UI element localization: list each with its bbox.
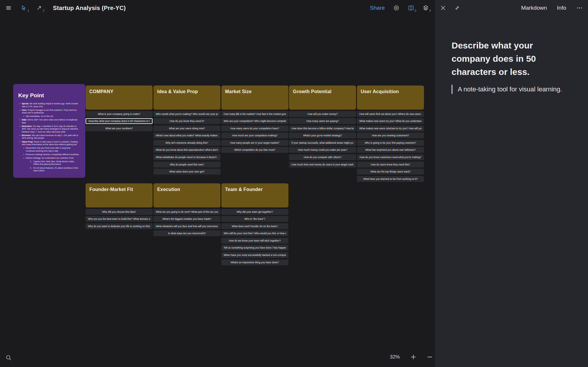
question-text: What have you learned so far from workin… — [363, 177, 417, 180]
question-card[interactable]: Who is "the boss"? — [221, 216, 288, 222]
question-card[interactable]: Why did you choose this idea? — [86, 209, 153, 215]
key-point-bullet: •Remember how you think even after a lon… — [21, 147, 81, 152]
question-card[interactable]: If your startup succeeds, what additiona… — [289, 140, 356, 146]
column-header[interactable]: COMPANY — [86, 86, 153, 110]
question-card[interactable]: Why did your team get together? — [221, 209, 288, 215]
question-card[interactable]: How many users are paying? — [289, 118, 356, 124]
question-card[interactable]: How many users do your competitors have? — [221, 125, 288, 131]
question-card[interactable]: Who will be your next hire? Who would yo… — [221, 230, 288, 236]
question-card[interactable]: How are you meeting customers? — [357, 133, 424, 138]
layers-icon[interactable]: 4 — [422, 5, 429, 11]
column-header[interactable]: Founder-Market Fit — [86, 183, 153, 207]
column-header[interactable]: Team & Founder — [221, 183, 288, 207]
panel-card-title[interactable]: Describe what your company does in 50 ch… — [452, 39, 552, 78]
question-card-selected[interactable]: Describe what your company does in 50 ch… — [86, 118, 153, 124]
question-card[interactable]: What's new about what you make? What exa… — [153, 133, 220, 138]
board-title[interactable]: Startup Analysis (Pre-YC) — [53, 5, 126, 11]
question-card[interactable]: What's the biggest mistake you have made… — [153, 216, 220, 222]
question-card[interactable]: Tell us something surprising you have do… — [221, 245, 288, 251]
key-point-card[interactable]: Key Point •Speed: We start building Hept… — [13, 84, 85, 178]
question-card[interactable]: What are your numbers? — [86, 125, 153, 131]
question-card[interactable]: What has surprised you about user behavi… — [357, 147, 424, 153]
question-card[interactable]: How much are your competitors making? — [221, 133, 288, 138]
question-card[interactable]: In what ways are you resourceful? — [153, 230, 220, 236]
question-card[interactable]: Why do you want to dedicate your life to… — [86, 223, 153, 229]
column-header[interactable]: Market Size — [221, 86, 288, 110]
question-card[interactable]: How do you compete with others? — [289, 154, 356, 160]
question-text: How do you know they need it? — [170, 120, 204, 123]
zoom-level[interactable]: 32% — [390, 354, 400, 360]
question-card[interactable]: What makes new users reluctant to try yo… — [357, 125, 424, 131]
question-card[interactable]: What is your company going to make? — [86, 111, 153, 117]
column-founder-market-fit: Founder-Market FitWhy did you choose thi… — [86, 183, 153, 230]
column-header[interactable]: Idea & Value Prop — [153, 86, 220, 110]
expand-icon[interactable] — [454, 5, 460, 11]
question-text: What is your company going to make? — [98, 113, 141, 115]
search-icon[interactable] — [5, 354, 12, 361]
question-card[interactable]: How does this become a billion-dollar co… — [289, 125, 356, 131]
question-card[interactable]: What's your go-to-market strategy? — [289, 133, 356, 138]
question-card[interactable]: What are your users doing now? — [153, 125, 220, 131]
question-card[interactable]: What substitutes do people resort to bec… — [153, 154, 220, 160]
key-point-content: •Speed: We start building Hepta 6 months… — [18, 102, 81, 172]
question-text: What obstacles will you face and how wil… — [156, 225, 218, 228]
question-text: How much money could you make per year? — [298, 148, 347, 151]
question-card[interactable]: Who are your competitors? Who might beco… — [221, 118, 288, 124]
question-text: Who is "the boss"? — [244, 217, 265, 220]
question-card[interactable]: How much time and money do users in your… — [289, 162, 356, 167]
column-user-acquisition: User AcquisitionHow will users find out … — [357, 86, 424, 183]
select-tool-icon[interactable]: 1 — [21, 5, 27, 11]
column-header[interactable]: User Acquisition — [357, 86, 424, 110]
question-card[interactable]: Why isn't someone already doing this? — [153, 140, 220, 146]
question-card[interactable]: What are you going to do next? What part… — [153, 209, 220, 215]
arrow-tool-icon[interactable]: 2 — [36, 5, 42, 11]
question-card[interactable]: How do users know they need this? — [357, 162, 424, 167]
question-card[interactable]: Who is going to be your first paying cus… — [357, 140, 424, 146]
question-card[interactable]: How will users find out about you? Where… — [357, 111, 424, 117]
key-point-bullet: •Preserve working memory. Completely dif… — [21, 153, 81, 156]
question-text: How many users do your competitors have? — [230, 127, 279, 130]
question-card[interactable]: Who needs what you're making? Who would … — [153, 111, 220, 117]
question-card[interactable]: How many people are in your target marke… — [221, 140, 288, 146]
close-icon[interactable] — [440, 5, 446, 11]
question-card[interactable]: Why are you the best team to build this?… — [86, 216, 153, 222]
question-text: What's an impressive thing you have done… — [230, 261, 279, 264]
question-card[interactable]: What's an impressive thing you have done… — [221, 259, 288, 265]
question-card[interactable]: What do you know about this space/produc… — [153, 147, 220, 153]
question-card[interactable]: What does each founder do on the team? — [221, 223, 288, 229]
zoom-out-icon[interactable] — [427, 354, 433, 360]
share-button[interactable]: Share — [370, 5, 385, 11]
eye-icon[interactable] — [393, 5, 400, 11]
panel-quote-block[interactable]: A note-taking tool for visual learning. — [452, 85, 562, 94]
markdown-button[interactable]: Markdown — [521, 5, 547, 11]
question-card[interactable]: How will you make money? — [289, 111, 356, 117]
question-card[interactable]: How many $B is the market? How fast is t… — [221, 111, 288, 117]
more-options-icon[interactable] — [576, 5, 583, 11]
question-card[interactable]: How do you know they need it? — [153, 118, 220, 124]
question-card[interactable]: Why do people need this now? — [153, 162, 220, 167]
question-card[interactable]: Which competition do you fear most? — [221, 147, 288, 153]
split-view-icon[interactable]: 3 — [408, 5, 414, 11]
column-market-size: Market SizeHow many $B is the market? Ho… — [221, 86, 288, 154]
question-text: When have you most successfully hacked a… — [224, 254, 286, 257]
question-card[interactable]: How do you know customers need what you'… — [357, 154, 424, 160]
question-card[interactable]: What have you learned so far from workin… — [357, 176, 424, 182]
question-card[interactable]: What makes new users try you? What do yo… — [357, 118, 424, 124]
column-header[interactable]: Execution — [153, 183, 220, 207]
question-card[interactable]: What value does your user get? — [153, 169, 220, 175]
question-card[interactable]: What obstacles will you face and how wil… — [153, 223, 220, 229]
question-card[interactable]: What are the top things users want? — [357, 169, 424, 175]
hamburger-menu-icon[interactable] — [5, 5, 12, 11]
column-header[interactable]: Growth Potential — [289, 86, 356, 110]
question-text: What are the top things users want? — [370, 170, 410, 173]
question-card[interactable]: How do we know your team will stick toge… — [221, 238, 288, 244]
question-text: Why do you want to dedicate your life to… — [88, 225, 150, 228]
panel-header-left — [440, 0, 460, 16]
question-card[interactable]: How much money could you make per year? — [289, 147, 356, 153]
info-button[interactable]: Info — [557, 5, 566, 11]
zoom-in-icon[interactable] — [410, 354, 416, 360]
question-card[interactable]: When have you most successfully hacked a… — [221, 252, 288, 258]
question-text: What does each founder do on the team? — [232, 225, 278, 228]
question-text: What value does your user get? — [169, 170, 205, 173]
question-text: Tell us something surprising you have do… — [224, 246, 286, 249]
